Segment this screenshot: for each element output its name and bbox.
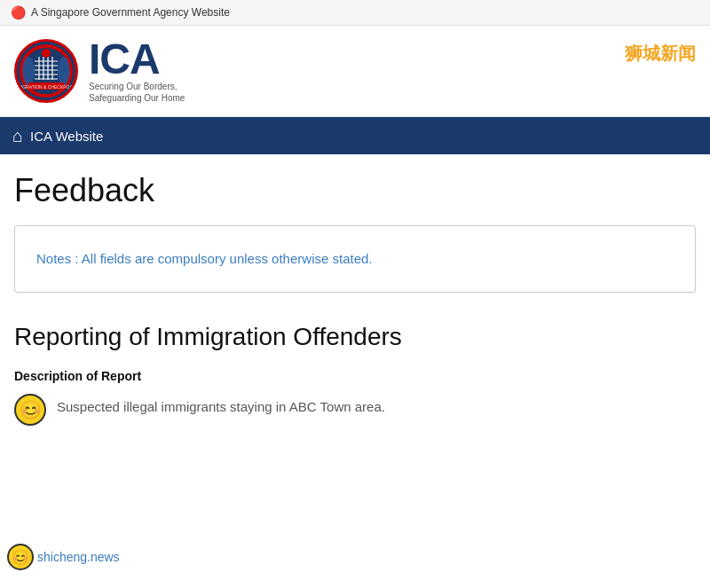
nav-bar: ⌂ ICA Website [0,117,710,154]
header: IMMIGRATION & CHECKPOINTS ICA Securing O… [0,26,710,117]
page-title: Feedback [14,172,696,209]
watermark-label: 狮城新闻 [625,42,696,66]
notes-text: Notes : All fields are compulsory unless… [36,251,373,266]
bottom-smiley-icon: 😊 [7,544,34,570]
logo-text-block: ICA Securing Our Borders, Safeguarding O… [89,38,185,104]
svg-point-3 [58,57,70,85]
svg-point-14 [42,49,51,58]
description-label: Description of Report [14,369,696,383]
logo-area: IMMIGRATION & CHECKPOINTS ICA Securing O… [14,38,185,104]
bottom-watermark: 😊 shicheng.news [0,540,127,574]
nav-ica-website-label[interactable]: ICA Website [30,129,103,144]
main-content: Feedback Notes : All fields are compulso… [0,154,710,443]
gov-banner-icon: 🔴 [11,5,26,20]
svg-text:IMMIGRATION & CHECKPOINTS: IMMIGRATION & CHECKPOINTS [20,84,73,90]
gov-banner-text: A Singapore Government Agency Website [31,6,230,19]
section-title: Reporting of Immigration Offenders [14,321,696,353]
bottom-watermark-text: shicheng.news [37,550,120,564]
ica-logo-svg: IMMIGRATION & CHECKPOINTS [20,44,73,98]
ica-subtitle: Securing Our Borders, Safeguarding Our H… [89,81,185,104]
ica-acronym: ICA [89,38,185,81]
svg-point-2 [22,57,35,85]
description-row: 😊 Suspected illegal immigrants staying i… [14,394,696,426]
description-text: Suspected illegal immigrants staying in … [57,394,385,414]
home-icon[interactable]: ⌂ [12,127,23,145]
ica-logo-circle: IMMIGRATION & CHECKPOINTS [14,39,78,103]
notes-box: Notes : All fields are compulsory unless… [14,225,696,293]
gov-banner: 🔴 A Singapore Government Agency Website [0,0,710,26]
svg-rect-4 [35,57,58,80]
smiley-face-icon: 😊 [14,394,46,426]
